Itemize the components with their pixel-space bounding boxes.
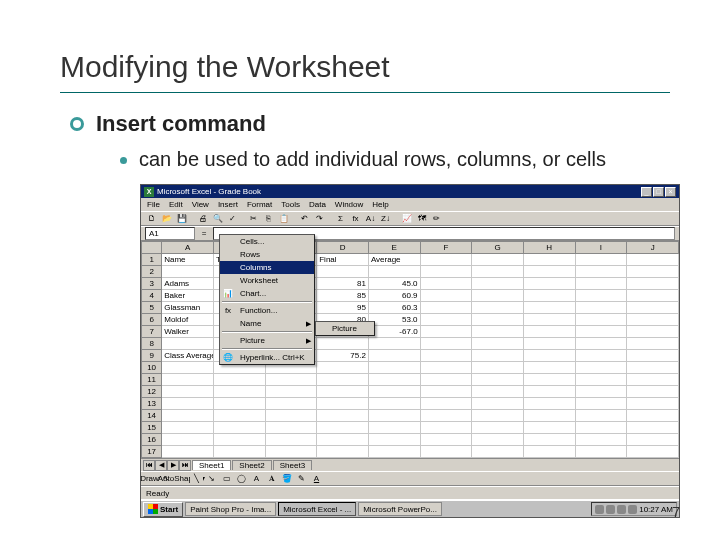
menu-view[interactable]: View xyxy=(192,200,209,209)
col-header[interactable]: H xyxy=(523,242,575,254)
wordart-icon[interactable]: 𝐀 xyxy=(265,472,278,485)
slide-title: Modifying the Worksheet xyxy=(60,50,670,84)
tray-icon[interactable] xyxy=(628,505,637,514)
menu-item-name[interactable]: Name▶ xyxy=(220,317,314,330)
row-header[interactable]: 9 xyxy=(142,350,162,362)
preview-icon[interactable]: 🔍 xyxy=(211,212,224,225)
row-header[interactable]: 15 xyxy=(142,422,162,434)
tray-icon[interactable] xyxy=(595,505,604,514)
col-header[interactable]: A xyxy=(162,242,214,254)
tab-nav-next-icon[interactable]: ▶ xyxy=(167,460,179,471)
sheet-tab[interactable]: Sheet3 xyxy=(273,460,312,470)
linecolor-icon[interactable]: ✎ xyxy=(295,472,308,485)
submenu-item[interactable]: Picture xyxy=(316,322,374,335)
menu-item-picture[interactable]: Picture▶ xyxy=(220,334,314,347)
row-header[interactable]: 5 xyxy=(142,302,162,314)
row-header[interactable]: 11 xyxy=(142,374,162,386)
row-header[interactable]: 13 xyxy=(142,398,162,410)
taskbar-app[interactable]: Microsoft PowerPo... xyxy=(358,502,442,516)
menu-window[interactable]: Window xyxy=(335,200,363,209)
select-all[interactable] xyxy=(142,242,162,254)
col-header[interactable]: F xyxy=(420,242,472,254)
sheet-tab[interactable]: Sheet1 xyxy=(192,460,231,470)
row-header[interactable]: 7 xyxy=(142,326,162,338)
arrow-icon[interactable]: ↘ xyxy=(205,472,218,485)
window-title: Microsoft Excel - Grade Book xyxy=(157,187,261,196)
tab-nav-first-icon[interactable]: ⏮ xyxy=(143,460,155,471)
spell-icon[interactable]: ✓ xyxy=(226,212,239,225)
menu-item-rows[interactable]: Rows xyxy=(220,248,314,261)
row-header[interactable]: 2 xyxy=(142,266,162,278)
minimize-button[interactable]: _ xyxy=(641,187,652,197)
menu-item-cells[interactable]: Cells... xyxy=(220,235,314,248)
paste-icon[interactable]: 📋 xyxy=(277,212,290,225)
row-header[interactable]: 1 xyxy=(142,254,162,266)
menu-data[interactable]: Data xyxy=(309,200,326,209)
tab-nav-prev-icon[interactable]: ◀ xyxy=(155,460,167,471)
line-icon[interactable]: ╲ xyxy=(190,472,203,485)
row-header[interactable]: 10 xyxy=(142,362,162,374)
textbox-icon[interactable]: A xyxy=(250,472,263,485)
tray-icon[interactable] xyxy=(606,505,615,514)
sort-asc-icon[interactable]: A↓ xyxy=(364,212,377,225)
menu-help[interactable]: Help xyxy=(372,200,388,209)
col-header[interactable]: J xyxy=(627,242,679,254)
excel-app-icon: X xyxy=(144,187,154,197)
menu-item-hyperlink[interactable]: 🌐Hyperlink... Ctrl+K xyxy=(220,351,314,364)
row-header[interactable]: 3 xyxy=(142,278,162,290)
col-header[interactable]: D xyxy=(317,242,369,254)
col-header[interactable]: I xyxy=(575,242,627,254)
row-header[interactable]: 16 xyxy=(142,434,162,446)
row-header[interactable]: 4 xyxy=(142,290,162,302)
fx-icon: fx xyxy=(222,305,234,317)
copy-icon[interactable]: ⎘ xyxy=(262,212,275,225)
menu-item-function[interactable]: fxFunction... xyxy=(220,304,314,317)
close-button[interactable]: × xyxy=(665,187,676,197)
menu-item-chart[interactable]: 📊Chart... xyxy=(220,287,314,300)
col-header[interactable]: E xyxy=(368,242,420,254)
undo-icon[interactable]: ↶ xyxy=(298,212,311,225)
maximize-button[interactable]: □ xyxy=(653,187,664,197)
menu-item-columns[interactable]: Columns xyxy=(220,261,314,274)
menu-insert[interactable]: Insert xyxy=(218,200,238,209)
fontcolor-icon[interactable]: A xyxy=(310,472,323,485)
menu-format[interactable]: Format xyxy=(247,200,272,209)
name-box[interactable]: A1 xyxy=(145,227,195,240)
row-header[interactable]: 12 xyxy=(142,386,162,398)
tab-nav-last-icon[interactable]: ⏭ xyxy=(179,460,191,471)
chartwiz-icon[interactable]: 📈 xyxy=(400,212,413,225)
save-icon[interactable]: 💾 xyxy=(175,212,188,225)
oval-icon[interactable]: ◯ xyxy=(235,472,248,485)
rect-icon[interactable]: ▭ xyxy=(220,472,233,485)
menu-edit[interactable]: Edit xyxy=(169,200,183,209)
print-icon[interactable]: 🖨 xyxy=(196,212,209,225)
drawing-icon[interactable]: ✏ xyxy=(430,212,443,225)
col-header[interactable]: G xyxy=(472,242,524,254)
taskbar-app[interactable]: Paint Shop Pro - Ima... xyxy=(185,502,276,516)
ring-bullet-icon xyxy=(70,117,84,131)
taskbar-app[interactable]: Microsoft Excel - ... xyxy=(278,502,356,516)
start-button[interactable]: Start xyxy=(143,502,183,517)
redo-icon[interactable]: ↷ xyxy=(313,212,326,225)
cut-icon[interactable]: ✂ xyxy=(247,212,260,225)
tray-icon[interactable] xyxy=(617,505,626,514)
sort-desc-icon[interactable]: Z↓ xyxy=(379,212,392,225)
fx-button-icon[interactable]: fx xyxy=(349,212,362,225)
fill-icon[interactable]: 🪣 xyxy=(280,472,293,485)
menu-tools[interactable]: Tools xyxy=(281,200,300,209)
chart-icon: 📊 xyxy=(222,288,234,300)
draw-menu[interactable]: Draw▾ xyxy=(145,472,158,485)
sheet-tab[interactable]: Sheet2 xyxy=(232,460,271,470)
row-header[interactable]: 8 xyxy=(142,338,162,350)
map-icon[interactable]: 🗺 xyxy=(415,212,428,225)
autoshapes[interactable]: AutoShapes▾ xyxy=(175,472,188,485)
open-icon[interactable]: 📂 xyxy=(160,212,173,225)
sum-icon[interactable]: Σ xyxy=(334,212,347,225)
menu-item-worksheet[interactable]: Worksheet xyxy=(220,274,314,287)
new-icon[interactable]: 🗋 xyxy=(145,212,158,225)
row-header[interactable]: 6 xyxy=(142,314,162,326)
row-header[interactable]: 14 xyxy=(142,410,162,422)
menu-file[interactable]: File xyxy=(147,200,160,209)
picture-submenu: Picture xyxy=(315,321,375,336)
row-header[interactable]: 17 xyxy=(142,446,162,458)
